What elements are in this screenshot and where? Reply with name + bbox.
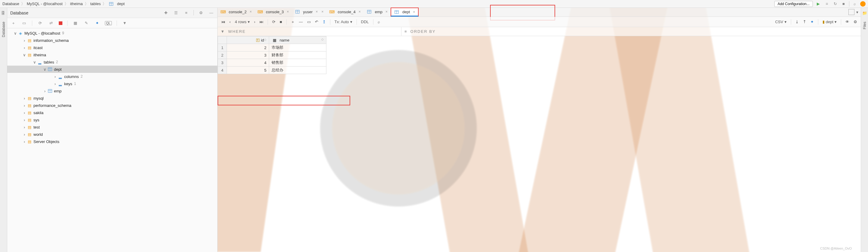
cell-name[interactable]: 销售部 bbox=[269, 59, 327, 67]
database-tree[interactable]: ∨ ◈ MySQL - @localhost 9 › ▤ information… bbox=[7, 28, 217, 252]
tree-schema[interactable]: › ▤ itcast bbox=[7, 44, 217, 51]
where-filter[interactable]: ▼ WHERE bbox=[218, 27, 401, 36]
tree-datasource[interactable]: ∨ ◈ MySQL - @localhost 9 bbox=[7, 30, 217, 37]
collapse-icon[interactable]: ☰ bbox=[173, 10, 179, 16]
settings-icon[interactable]: ⚙ bbox=[854, 20, 857, 24]
csv-dropdown[interactable]: CSV▾ bbox=[775, 20, 786, 24]
view-icon[interactable]: 👁 bbox=[845, 20, 849, 24]
tx-dropdown[interactable]: Tx: Auto▾ bbox=[335, 20, 352, 24]
debug-icon[interactable]: ⌗ bbox=[824, 1, 830, 7]
add-row-icon[interactable]: ＋ bbox=[291, 19, 295, 25]
tree-schema[interactable]: ›▤sys bbox=[7, 116, 217, 123]
data-grid[interactable]: ⚿ id◇ ▦ name◇ 12市场部 23财务部 34销售部 45总经办 bbox=[218, 36, 327, 74]
close-icon[interactable]: × bbox=[413, 10, 415, 14]
first-page-icon[interactable]: ⏮ bbox=[221, 20, 225, 24]
crumb-0[interactable]: Database bbox=[2, 1, 19, 6]
tree-keys-folder[interactable]: › ▂ keys 1 bbox=[7, 80, 217, 87]
files-rail-icon[interactable]: 📁 bbox=[862, 11, 867, 16]
tab-separator-close[interactable]: × bbox=[321, 7, 327, 16]
crumb-3[interactable]: tables bbox=[90, 1, 101, 6]
commit-icon[interactable]: ↥ bbox=[322, 20, 326, 24]
last-page-icon[interactable]: ⏭ bbox=[259, 20, 264, 24]
reload-icon[interactable]: ⟳ bbox=[272, 20, 276, 24]
new-icon[interactable]: ✚ bbox=[163, 10, 169, 16]
refresh-icon[interactable]: ⟳ bbox=[37, 20, 43, 26]
revert-icon[interactable]: ↶ bbox=[315, 20, 318, 24]
tree-table-emp[interactable]: › emp bbox=[7, 87, 217, 95]
cell-name[interactable]: 总经办 bbox=[269, 67, 327, 74]
remove-row-icon[interactable]: — bbox=[299, 20, 303, 24]
row-number[interactable]: 3 bbox=[218, 59, 227, 67]
tab-console-2[interactable]: ⌨console_2× bbox=[218, 7, 255, 16]
tab-console-4[interactable]: ⌨console_4× bbox=[327, 7, 364, 16]
tree-schema[interactable]: › ▤ information_schema bbox=[7, 37, 217, 44]
tree-tables-folder[interactable]: ∨ ▂ tables 2 bbox=[7, 59, 217, 66]
table-row[interactable]: 45总经办 bbox=[218, 67, 327, 74]
tree-server-objects[interactable]: ›▤Server Objects bbox=[7, 138, 217, 145]
grid-corner[interactable] bbox=[218, 36, 227, 44]
row-number[interactable]: 2 bbox=[218, 51, 227, 59]
rerun-icon[interactable]: ↻ bbox=[832, 1, 838, 7]
dump-icon[interactable]: ✦ bbox=[810, 20, 814, 24]
export-icon[interactable]: ⤓ bbox=[795, 20, 799, 24]
next-page-icon[interactable]: › bbox=[254, 20, 255, 24]
table-row[interactable]: 12市场部 bbox=[218, 44, 327, 51]
context-dropdown[interactable]: ▮dept▾ bbox=[823, 20, 837, 24]
tree-schema[interactable]: ›▤performance_schema bbox=[7, 102, 217, 109]
cell-id[interactable]: 2 bbox=[227, 44, 269, 51]
tree-schema[interactable]: ›▤mysql bbox=[7, 95, 217, 102]
crumb-4[interactable]: dept bbox=[117, 1, 124, 6]
minimize-icon[interactable]: — bbox=[208, 10, 214, 16]
cell-id[interactable]: 3 bbox=[227, 51, 269, 59]
copy-icon[interactable]: ▭ bbox=[21, 20, 27, 26]
tab-emp[interactable]: emp× bbox=[364, 7, 391, 16]
search-icon[interactable]: ⌕ bbox=[378, 20, 380, 24]
close-icon[interactable]: × bbox=[315, 10, 318, 14]
tree-schema[interactable]: ∨ ▤ itheima bbox=[7, 51, 217, 59]
orderby-filter[interactable]: ≡ ORDER BY bbox=[401, 27, 861, 36]
filter-icon[interactable]: ▼ bbox=[122, 20, 128, 26]
close-icon[interactable]: × bbox=[287, 10, 289, 14]
close-icon[interactable]: × bbox=[385, 10, 388, 14]
stop-icon[interactable]: ■ bbox=[841, 1, 846, 7]
table-row[interactable]: 34销售部 bbox=[218, 59, 327, 67]
clone-row-icon[interactable]: ▭ bbox=[307, 20, 311, 24]
rows-dropdown[interactable]: 4 rows▾ bbox=[235, 20, 250, 24]
close-icon[interactable]: × bbox=[321, 10, 323, 14]
edit-icon[interactable]: ✎ bbox=[83, 20, 89, 26]
crumb-1[interactable]: MySQL - @localhost bbox=[27, 1, 63, 6]
layout-cell-icon[interactable] bbox=[848, 9, 855, 15]
stop-icon[interactable] bbox=[59, 22, 62, 25]
row-number[interactable]: 4 bbox=[218, 67, 227, 74]
search-icon[interactable]: ⌕ bbox=[852, 1, 858, 7]
column-header-id[interactable]: ⚿ id◇ bbox=[227, 36, 269, 44]
tree-schema[interactable]: ›▤sakila bbox=[7, 109, 217, 116]
files-rail-label[interactable]: Files bbox=[863, 22, 867, 29]
tab-console-3[interactable]: ⌨console_3× bbox=[255, 7, 292, 16]
stack-icon[interactable]: ≡ bbox=[183, 10, 189, 16]
row-number[interactable]: 1 bbox=[218, 44, 227, 51]
tree-schema[interactable]: ›▤test bbox=[7, 123, 217, 131]
import-icon[interactable]: ⤒ bbox=[803, 20, 806, 24]
table-row[interactable]: 23财务部 bbox=[218, 51, 327, 59]
tab-dept[interactable]: dept× bbox=[391, 7, 418, 16]
settings-icon[interactable]: ⚙ bbox=[198, 10, 204, 16]
sql-icon[interactable]: QL bbox=[105, 21, 112, 25]
tree-table-dept[interactable]: ∨ dept bbox=[7, 66, 217, 73]
close-icon[interactable]: × bbox=[250, 10, 252, 14]
database-rail-label[interactable]: Database bbox=[1, 22, 6, 37]
grid-icon[interactable]: ▦ bbox=[72, 20, 79, 26]
cell-id[interactable]: 4 bbox=[227, 59, 269, 67]
close-icon[interactable]: × bbox=[359, 10, 361, 14]
add-configuration-button[interactable]: Add Configuration... bbox=[774, 1, 813, 7]
tab-yuser[interactable]: yuser× bbox=[292, 7, 321, 16]
tree-columns-folder[interactable]: › ▂ columns 2 bbox=[7, 73, 217, 80]
column-header-name[interactable]: ▦ name◇ bbox=[269, 36, 327, 44]
sync-icon[interactable]: ⇄ bbox=[48, 20, 54, 26]
stop-icon[interactable]: ■ bbox=[280, 20, 282, 24]
updates-icon[interactable] bbox=[860, 1, 866, 7]
crumb-2[interactable]: itheima bbox=[70, 1, 83, 6]
cell-id[interactable]: 5 bbox=[227, 67, 269, 74]
add-icon[interactable]: ＋ bbox=[10, 20, 16, 26]
jump-icon[interactable]: ✦ bbox=[94, 20, 100, 26]
